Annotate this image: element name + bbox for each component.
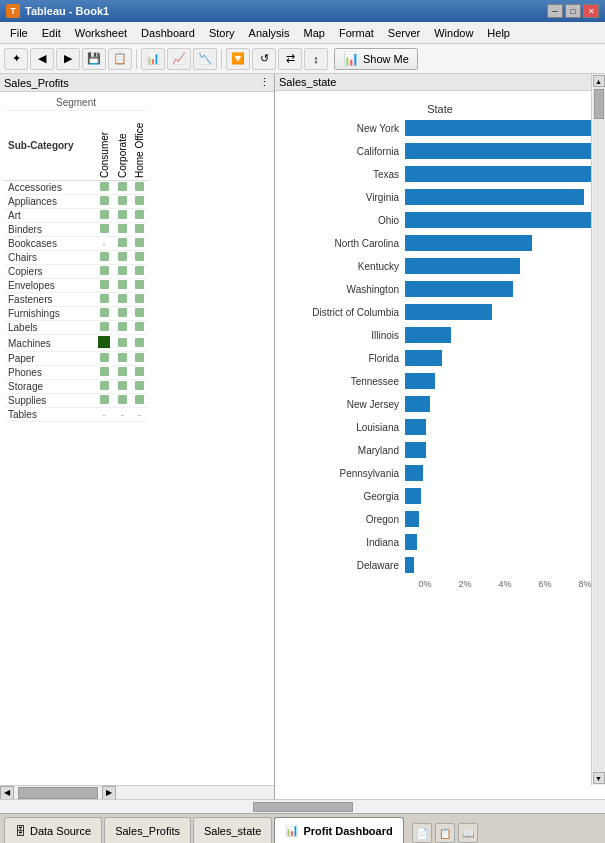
bar-fill [405, 143, 605, 159]
light-dot [118, 308, 127, 317]
add-dashboard-button[interactable]: 📋 [435, 823, 455, 843]
home_office-cell [131, 321, 148, 335]
menu-window[interactable]: Window [428, 25, 479, 41]
bar-row: Louisiana [275, 416, 605, 438]
title-bar-left: T Tableau - Book1 [6, 4, 109, 18]
show-me-icon: 📊 [343, 51, 359, 66]
v-scroll-thumb[interactable] [594, 89, 604, 119]
bar-fill [405, 442, 426, 458]
toolbar-new[interactable]: ✦ [4, 48, 28, 70]
menu-worksheet[interactable]: Worksheet [69, 25, 133, 41]
menu-dashboard[interactable]: Dashboard [135, 25, 201, 41]
menu-analysis[interactable]: Analysis [243, 25, 296, 41]
corporate-header: Corporate [114, 111, 131, 181]
light-dot [118, 322, 127, 331]
bar-row: Washington [275, 278, 605, 300]
add-story-button[interactable]: 📖 [458, 823, 478, 843]
toolbar-forward[interactable]: ▶ [56, 48, 80, 70]
toolbar-chart3[interactable]: 📉 [193, 48, 217, 70]
tab-sales-state[interactable]: Sales_state [193, 817, 272, 843]
close-button[interactable]: ✕ [583, 4, 599, 18]
bar-label: New York [275, 123, 405, 134]
toolbar-filter[interactable]: 🔽 [226, 48, 250, 70]
menu-edit[interactable]: Edit [36, 25, 67, 41]
bar-track [405, 120, 605, 136]
sales-profits-panel: Sales_Profits ⋮ Segment Sub-Cate [0, 74, 275, 799]
right-panel-inner: Sales_state State New YorkCaliforniaTexa… [275, 74, 605, 799]
v-scroll-down[interactable]: ▼ [593, 772, 605, 784]
menu-format[interactable]: Format [333, 25, 380, 41]
bar-track [405, 511, 605, 527]
bar-track [405, 189, 605, 205]
corporate-cell [114, 352, 131, 366]
menu-story[interactable]: Story [203, 25, 241, 41]
bar-row: Ohio [275, 209, 605, 231]
minimize-button[interactable]: ─ [547, 4, 563, 18]
light-dot [135, 252, 144, 261]
bar-track [405, 212, 605, 228]
bar-fill [405, 465, 423, 481]
tab-data-source[interactable]: 🗄 Data Source [4, 817, 102, 843]
v-scroll-up[interactable]: ▲ [593, 75, 605, 87]
tab-sales-profits[interactable]: Sales_Profits [104, 817, 191, 843]
toolbar-copy[interactable]: 📋 [108, 48, 132, 70]
light-dot [100, 182, 109, 191]
title-bar: T Tableau - Book1 ─ □ ✕ [0, 0, 605, 22]
tab-profit-dashboard[interactable]: 📊 Profit Dashboard [274, 817, 403, 843]
add-sheet-button[interactable]: 📄 [412, 823, 432, 843]
toolbar-back[interactable]: ◀ [30, 48, 54, 70]
right-panel-title-bar: Sales_state [275, 74, 605, 91]
light-dot [118, 280, 127, 289]
corporate-cell [114, 307, 131, 321]
toolbar-sort[interactable]: ↕ [304, 48, 328, 70]
menu-bar: File Edit Worksheet Dashboard Story Anal… [0, 22, 605, 44]
bar-label: Delaware [275, 560, 405, 571]
maximize-button[interactable]: □ [565, 4, 581, 18]
consumer-cell [94, 394, 114, 408]
home_office-cell [131, 380, 148, 394]
menu-server[interactable]: Server [382, 25, 426, 41]
toolbar-chart1[interactable]: 📊 [141, 48, 165, 70]
axis-title: State [275, 99, 605, 117]
light-dot [135, 367, 144, 376]
bar-label: North Carolina [275, 238, 405, 249]
bar-track [405, 465, 605, 481]
axis-4pct: 4% [485, 579, 525, 589]
corporate-cell [114, 251, 131, 265]
h-scroll-left[interactable]: ◀ [0, 786, 14, 800]
menu-help[interactable]: Help [481, 25, 516, 41]
toolbar-save[interactable]: 💾 [82, 48, 106, 70]
sub-category-cell: Storage [4, 380, 94, 394]
home_office-cell [131, 181, 148, 195]
menu-map[interactable]: Map [298, 25, 331, 41]
light-dot [100, 280, 109, 289]
window-controls: ─ □ ✕ [547, 4, 599, 18]
light-dot [118, 395, 127, 404]
menu-file[interactable]: File [4, 25, 34, 41]
dash-marker: - [102, 409, 105, 420]
dash-marker: - [138, 409, 141, 420]
h-scroll-right[interactable]: ▶ [102, 786, 116, 800]
home_office-cell [131, 293, 148, 307]
toolbar-swap[interactable]: ⇄ [278, 48, 302, 70]
light-dot [135, 353, 144, 362]
profits-table-container: Segment Sub-Category Consumer Corporate … [0, 92, 274, 785]
bottom-scroll-thumb[interactable] [253, 802, 353, 812]
h-scroll-thumb[interactable] [18, 787, 98, 799]
show-me-button[interactable]: 📊 Show Me [334, 48, 418, 70]
toolbar-refresh[interactable]: ↺ [252, 48, 276, 70]
bar-fill [405, 304, 492, 320]
bar-label: Washington [275, 284, 405, 295]
toolbar-sep1 [136, 49, 137, 69]
bar-track [405, 304, 605, 320]
corporate-cell [114, 321, 131, 335]
home_office-cell: - [131, 408, 148, 422]
bar-row: Texas [275, 163, 605, 185]
toolbar-sep2 [221, 49, 222, 69]
home_office-cell [131, 237, 148, 251]
toolbar-chart2[interactable]: 📈 [167, 48, 191, 70]
tab-data-source-label: Data Source [30, 825, 91, 837]
light-dot [118, 210, 127, 219]
bar-track [405, 488, 605, 504]
light-dot [135, 338, 144, 347]
